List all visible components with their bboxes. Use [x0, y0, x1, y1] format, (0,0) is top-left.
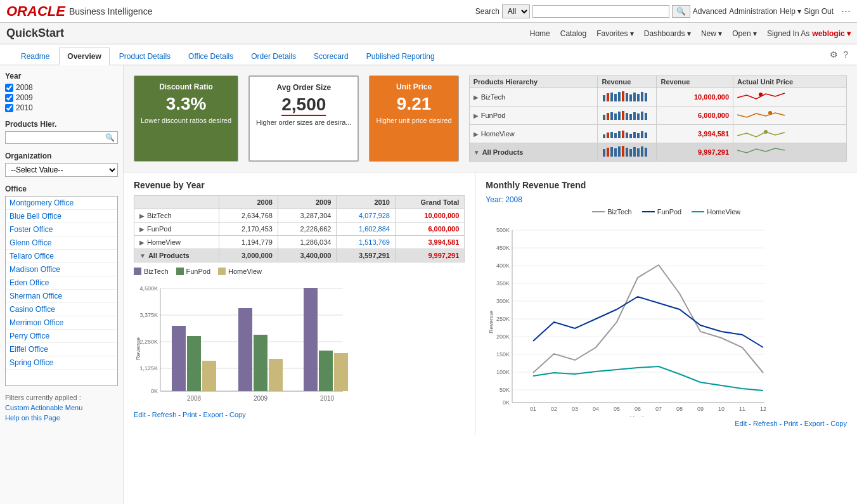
svg-rect-72	[334, 353, 348, 391]
legend-biztech-color	[134, 268, 141, 275]
bar-edit-link[interactable]: Edit	[134, 411, 146, 418]
office-label: Office	[5, 184, 118, 193]
office-item-eiffel[interactable]: Eiffel Office	[6, 343, 117, 356]
filters-label: Filters currently applied :	[5, 394, 118, 401]
office-item-glenn[interactable]: Glenn Office	[6, 236, 117, 250]
bar-chart: BizTech FunPod HomeView 4,500	[134, 268, 465, 406]
custom-menu-link[interactable]: Custom Actionable Menu	[5, 404, 118, 411]
svg-rect-40	[607, 148, 609, 157]
svg-text:4,500K: 4,500K	[139, 285, 158, 292]
svg-rect-5	[622, 91, 624, 101]
svg-text:05: 05	[614, 406, 620, 412]
line-legend-biztech-color	[592, 211, 605, 212]
svg-rect-22	[637, 113, 640, 120]
allproducts-linechart	[737, 145, 788, 158]
tab-readme[interactable]: Readme	[13, 48, 58, 65]
line-legend-funpod-color	[642, 211, 655, 212]
tab-product-details[interactable]: Product Details	[111, 48, 179, 65]
signout-link[interactable]: Sign Out	[804, 7, 834, 16]
username[interactable]: weblogic ▾	[812, 29, 851, 38]
search-input[interactable]	[532, 5, 669, 18]
advanced-link[interactable]: Advanced	[693, 7, 726, 16]
expand-funpod[interactable]: ▶	[474, 112, 479, 119]
help-link-top[interactable]: Help ▾	[780, 7, 801, 16]
line-print-link[interactable]: Print	[783, 420, 798, 427]
rdt-expand-all[interactable]: ▼	[139, 252, 146, 259]
help-icon[interactable]: ?	[843, 49, 848, 60]
bar-copy-link[interactable]: Copy	[229, 411, 246, 418]
svg-rect-30	[618, 131, 621, 138]
administration-link[interactable]: Administration	[729, 7, 777, 16]
rdt-expand-homeview[interactable]: ▶	[139, 239, 145, 246]
office-item-spring[interactable]: Spring Office	[6, 356, 117, 370]
line-legend-homeview-color	[692, 211, 704, 212]
svg-text:04: 04	[593, 406, 599, 412]
bar-chart-links: Edit - Refresh - Print - Export - Copy	[134, 411, 465, 418]
year-2010-checkbox[interactable]	[5, 104, 13, 112]
svg-rect-17	[618, 112, 621, 120]
line-copy-link[interactable]: Copy	[830, 420, 847, 427]
more-options-icon[interactable]: ···	[841, 4, 851, 18]
nav-new[interactable]: New ▾	[701, 29, 722, 38]
office-item-madison[interactable]: Madison Office	[6, 263, 117, 276]
products-search-icon[interactable]: 🔍	[105, 133, 115, 142]
year-2009-checkbox[interactable]	[5, 94, 13, 102]
office-item-casino[interactable]: Casino Office	[6, 303, 117, 316]
nav-home[interactable]: Home	[530, 29, 550, 38]
bar-export-link[interactable]: Export	[203, 411, 223, 418]
nav-catalog[interactable]: Catalog	[560, 29, 586, 38]
office-item-sherman[interactable]: Sherman Office	[6, 290, 117, 303]
expand-allproducts[interactable]: ▼	[474, 149, 480, 156]
col-products: Products Hierarchy	[469, 76, 598, 88]
expand-homeview[interactable]: ▶	[474, 131, 479, 138]
main-area: Year 2008 2009 2010 Products Hier. 🔍 Org…	[0, 65, 857, 504]
rdt-all-2010: 3,597,291	[337, 249, 396, 262]
rdt-expand-funpod[interactable]: ▶	[139, 226, 145, 233]
office-item-tellaro[interactable]: Tellaro Office	[6, 250, 117, 263]
office-item-eden[interactable]: Eden Office	[6, 276, 117, 290]
search-dropdown[interactable]: All	[502, 4, 530, 18]
tab-office-details[interactable]: Office Details	[180, 48, 242, 65]
nav-favorites[interactable]: Favorites ▾	[596, 29, 634, 38]
office-item-bluebell[interactable]: Blue Bell Office	[6, 210, 117, 223]
svg-text:300K: 300K	[496, 298, 510, 304]
help-page-link[interactable]: Help on this Page	[5, 414, 118, 422]
tab-published-reporting[interactable]: Published Reporting	[358, 48, 443, 65]
office-item-merrimon[interactable]: Merrimon Office	[6, 316, 117, 330]
rdt-row-homeview: ▶HomeView 1,194,779 1,286,034 1,513,769 …	[134, 236, 465, 249]
svg-rect-39	[603, 149, 605, 157]
rdt-biztech-total: 10,000,000	[395, 209, 464, 223]
cell-allproducts-revenue: 9,997,291	[657, 143, 733, 162]
year-2008-checkbox[interactable]	[5, 84, 13, 92]
line-refresh-link[interactable]: Refresh	[753, 420, 778, 427]
bar-refresh-link[interactable]: Refresh	[152, 411, 177, 418]
office-list[interactable]: Montgomery Office Blue Bell Office Foste…	[5, 196, 118, 386]
office-item-montgomery[interactable]: Montgomery Office	[6, 197, 117, 210]
office-item-foster[interactable]: Foster Office	[6, 223, 117, 236]
nav-open[interactable]: Open ▾	[732, 29, 757, 38]
rdt-funpod-2010: 1,602,884	[337, 223, 396, 236]
tab-order-details[interactable]: Order Details	[243, 48, 304, 65]
line-export-link[interactable]: Export	[804, 420, 825, 427]
svg-text:50K: 50K	[499, 387, 510, 393]
org-dropdown[interactable]: --Select Value--	[5, 163, 118, 177]
expand-biztech[interactable]: ▶	[474, 94, 479, 101]
svg-rect-43	[618, 146, 621, 157]
products-search-input[interactable]	[8, 133, 105, 142]
year-label: Year	[5, 72, 118, 81]
rdt-expand-biztech[interactable]: ▶	[139, 212, 145, 219]
svg-rect-45	[626, 148, 628, 157]
svg-text:02: 02	[551, 406, 557, 412]
tab-overview[interactable]: Overview	[59, 48, 109, 65]
nav-dashboards[interactable]: Dashboards ▾	[644, 29, 691, 38]
tab-scorecard[interactable]: Scorecard	[306, 48, 357, 65]
svg-rect-29	[614, 133, 617, 138]
line-edit-link[interactable]: Edit	[735, 420, 747, 427]
svg-text:11: 11	[739, 406, 745, 412]
settings-icon[interactable]: ⚙	[830, 49, 838, 60]
bar-print-link[interactable]: Print	[183, 411, 197, 418]
search-button[interactable]: 🔍	[672, 5, 690, 18]
office-item-perry[interactable]: Perry Office	[6, 330, 117, 343]
svg-rect-23	[641, 112, 643, 120]
kpi-row: Discount Ratio 3.3% Lower discount ratio…	[124, 65, 857, 172]
